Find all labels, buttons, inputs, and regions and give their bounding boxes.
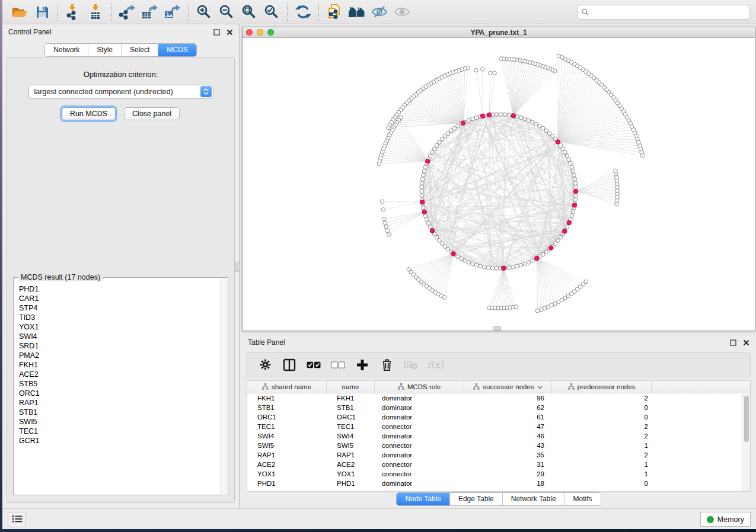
column-header-predecessor-nodes[interactable]: predecessor nodes (552, 381, 652, 393)
column-header-label: successor nodes (483, 383, 534, 390)
open-session-icon[interactable] (8, 2, 31, 21)
select-all-rows-icon[interactable] (307, 358, 321, 372)
import-network-icon[interactable] (62, 2, 85, 21)
run-mcds-button[interactable]: Run MCDS (62, 107, 116, 120)
column-header-label: name (342, 383, 359, 390)
table-row[interactable]: STB1STB1dominator620 (247, 403, 750, 412)
save-session-icon[interactable] (31, 2, 53, 21)
list-item[interactable]: ORC1 (19, 389, 220, 398)
list-item[interactable]: SWI5 (19, 417, 220, 427)
list-item[interactable]: ACE2 (19, 370, 220, 379)
zoom-out-icon[interactable] (215, 2, 238, 21)
list-icon (12, 515, 23, 525)
mcds-tab-content: Optimization criterion: largest connecte… (7, 57, 235, 503)
tab-style[interactable]: Style (88, 44, 121, 56)
list-item[interactable]: FKH1 (19, 360, 220, 370)
delete-column-icon[interactable] (379, 358, 394, 372)
tab-network-table[interactable]: Network Table (502, 493, 564, 505)
list-item[interactable]: GCR1 (19, 436, 220, 446)
toolbar-separator (287, 3, 288, 21)
tab-select[interactable]: Select (121, 44, 158, 56)
horizontal-splitter-handle[interactable] (493, 326, 501, 331)
zoom-in-icon[interactable] (193, 2, 215, 21)
list-item[interactable]: TEC1 (19, 427, 220, 436)
network-canvas[interactable] (243, 39, 755, 331)
list-item[interactable]: TID3 (19, 313, 220, 322)
import-table-icon[interactable] (85, 2, 107, 21)
table-row[interactable]: TEC1TEC1connector472 (247, 422, 750, 431)
close-panel-icon[interactable] (226, 28, 233, 36)
table-row[interactable]: SWI4SWI4dominator462 (247, 431, 750, 441)
column-layout-icon[interactable] (282, 358, 296, 372)
table-settings-icon[interactable] (258, 358, 272, 372)
list-item[interactable]: PMA2 (19, 351, 220, 360)
memory-button[interactable]: Memory (700, 512, 751, 527)
list-item[interactable]: SRD1 (19, 341, 220, 351)
tab-edge-table[interactable]: Edge Table (449, 493, 502, 505)
table-cell: FKH1 (327, 395, 375, 402)
criterion-dropdown[interactable]: largest connected component (undirected) (28, 85, 213, 98)
export-network-icon[interactable] (116, 2, 139, 21)
table-cell: 47 (464, 423, 552, 430)
tab-network[interactable]: Network (45, 44, 88, 56)
add-column-icon[interactable] (355, 358, 369, 372)
control-panel-title: Control Panel (8, 28, 52, 36)
task-history-button[interactable] (8, 512, 26, 527)
list-item[interactable]: STB1 (19, 408, 220, 417)
network-window-titlebar[interactable]: YPA_prune.txt_1 (243, 27, 755, 38)
clone-network-icon[interactable] (323, 2, 346, 21)
table-cell: ORC1 (247, 414, 327, 421)
column-header-name[interactable]: name (327, 381, 375, 393)
table-cell: PHD1 (247, 480, 327, 487)
export-table-icon[interactable] (139, 2, 161, 21)
tab-node-table[interactable]: Node Table (397, 493, 449, 505)
close-panel-icon[interactable] (742, 339, 749, 346)
tree-icon (262, 383, 269, 391)
status-bar: Memory (2, 508, 756, 529)
tab-motifs[interactable]: Motifs (564, 493, 601, 505)
tab-mcds[interactable]: MCDS (158, 44, 196, 56)
table-row[interactable]: FKH1FKH1dominator962 (247, 393, 750, 403)
float-panel-icon[interactable] (213, 28, 220, 36)
table-cell: SWI4 (247, 432, 327, 440)
table-scrollbar[interactable] (742, 394, 750, 491)
memory-button-label: Memory (717, 515, 744, 524)
refresh-layout-icon[interactable] (292, 2, 314, 21)
table-scrollbar-thumb[interactable] (744, 396, 749, 442)
network-home-icon[interactable] (346, 2, 368, 21)
vertical-splitter-handle[interactable] (235, 262, 240, 272)
table-cell: ACE2 (247, 461, 327, 468)
list-item[interactable]: STP4 (19, 303, 220, 313)
column-header-shared-name[interactable]: shared name (247, 381, 327, 393)
table-cell: 2 (552, 395, 652, 402)
close-panel-button[interactable]: Close panel (124, 107, 180, 120)
table-cell: STB1 (327, 404, 375, 411)
column-header-successor-nodes[interactable]: successor nodes (464, 381, 552, 393)
list-item[interactable]: SWI4 (19, 332, 220, 341)
table-cell: 43 (464, 442, 552, 449)
mcds-result-scrollbar[interactable] (220, 278, 227, 494)
column-header-MCDS-role[interactable]: MCDS role (375, 381, 464, 393)
function-builder-icon: f(x) (428, 358, 442, 372)
list-item[interactable]: PHD1 (19, 284, 220, 294)
table-row[interactable]: PHD1PHD1dominator180 (247, 479, 750, 488)
zoom-fit-icon[interactable] (238, 2, 260, 21)
list-item[interactable]: CAR1 (19, 294, 220, 303)
float-panel-icon[interactable] (729, 339, 736, 346)
table-row[interactable]: ORC1ORC1dominator610 (247, 412, 750, 422)
list-item[interactable]: RAP1 (19, 398, 220, 408)
search-box[interactable] (577, 5, 750, 20)
table-row[interactable]: ACE2ACE2connector311 (247, 460, 750, 469)
search-input[interactable] (592, 8, 745, 16)
tree-icon (398, 383, 404, 391)
list-item[interactable]: YOX1 (19, 322, 220, 332)
export-image-icon[interactable] (161, 2, 184, 21)
table-row[interactable]: RAP1RAP1dominator352 (247, 450, 750, 460)
table-panel-titlebar: Table Panel (242, 335, 755, 350)
table-row[interactable]: SWI5SWI5connector431 (247, 441, 750, 450)
hide-selected-icon[interactable] (368, 2, 391, 21)
table-row[interactable]: YOX1YOX1connector291 (247, 469, 750, 479)
zoom-selected-icon[interactable] (260, 2, 283, 21)
list-item[interactable]: STB5 (19, 379, 220, 389)
deselect-all-rows-icon[interactable] (331, 358, 345, 372)
